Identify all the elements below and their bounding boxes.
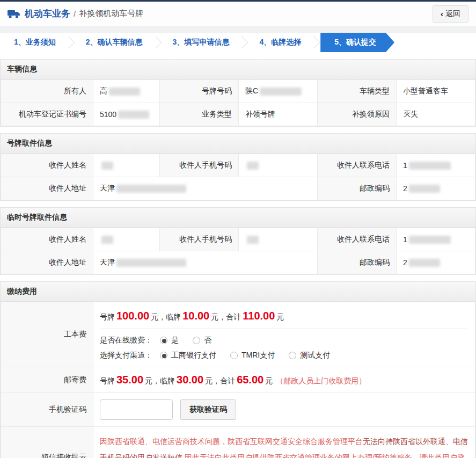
tab-step-2[interactable]: 2、确认车辆信息 bbox=[72, 33, 157, 52]
section-title: 车辆信息 bbox=[1, 60, 475, 79]
temp-plate-postage-amount: 30.00 bbox=[177, 374, 203, 386]
total-fee-amount: 110.00 bbox=[243, 310, 275, 322]
field-label-sms-notice: 短信接收提示 bbox=[1, 427, 93, 458]
table-row: 短信接收提示 因陕西省联通、电信运营商技术问题，陕西省互联网交通安全综合服务管理… bbox=[1, 427, 475, 458]
field-value-owner: 高 bbox=[93, 80, 160, 103]
radio-selected-icon[interactable] bbox=[160, 337, 167, 344]
sms-notice-text: 因陕西省联通、电信运营商技术问题，陕西省互联网交通安全综合服务管理平台无法向持陕… bbox=[100, 433, 468, 458]
radio-online-pay-no[interactable]: 否 bbox=[193, 336, 211, 345]
field-label-recipient-mobile: 收件人手机号码 bbox=[160, 154, 239, 177]
field-value-reason: 灭失 bbox=[397, 103, 475, 126]
field-label-business-type: 业务类型 bbox=[160, 103, 239, 126]
radio-unselected-icon[interactable] bbox=[230, 352, 238, 359]
redacted-value bbox=[116, 185, 186, 193]
radio-label: 否 bbox=[204, 336, 211, 345]
field-value-recipient-name bbox=[93, 154, 160, 177]
pay-channel-row: 选择支付渠道： 工商银行支付 TMRI支付 测试支付 bbox=[100, 351, 468, 360]
radio-selected-icon[interactable] bbox=[160, 352, 167, 359]
page-title: 补换领机动车号牌 bbox=[79, 9, 143, 19]
sms-code-input[interactable] bbox=[100, 399, 173, 420]
redacted-value bbox=[109, 88, 140, 96]
tab-step-4[interactable]: 4、临牌选择 bbox=[245, 33, 315, 52]
tab-step-3[interactable]: 3、填写申请信息 bbox=[159, 33, 244, 52]
field-value-reg-cert-no: 5100 bbox=[93, 103, 160, 126]
online-pay-label: 是否在线缴费： bbox=[100, 336, 152, 345]
section-vehicle-info: 车辆信息 所有人 高 号牌号码 陕C 车辆类型 小型普通客车 机动车登记证书编号… bbox=[0, 59, 476, 127]
field-value-recipient-mobile bbox=[239, 228, 318, 251]
section-plate-delivery: 号牌取件信息 收件人姓名 收件人手机号码 收件人联系电话 1 收件人地址 天津 … bbox=[0, 133, 476, 201]
table-row: 机动车登记证书编号 5100 业务类型 补领号牌 补换领原因 灭失 bbox=[1, 103, 475, 126]
field-value-recipient-phone: 1 bbox=[397, 154, 475, 177]
section-fees: 缴纳费用 工本费 号牌100.00元，临牌10.00元，合计110.00元 是否… bbox=[0, 281, 476, 458]
truck-icon bbox=[8, 9, 20, 19]
field-value-plate-no: 陕C bbox=[239, 80, 318, 103]
radio-online-pay-yes[interactable]: 是 bbox=[160, 336, 179, 345]
field-label-recipient-name: 收件人姓名 bbox=[1, 228, 93, 251]
redacted-value bbox=[409, 185, 440, 193]
field-label-recipient-phone: 收件人联系电话 bbox=[318, 154, 397, 177]
radio-unselected-icon[interactable] bbox=[193, 337, 200, 344]
section-title: 缴纳费用 bbox=[1, 282, 475, 302]
field-label-postcode: 邮政编码 bbox=[318, 251, 397, 274]
field-label-postage-fee: 邮寄费 bbox=[1, 367, 93, 393]
radio-channel-test[interactable]: 测试支付 bbox=[289, 351, 330, 360]
field-value-recipient-phone: 1 bbox=[397, 228, 475, 251]
radio-unselected-icon[interactable] bbox=[289, 352, 296, 359]
redacted-value bbox=[101, 236, 113, 244]
back-chevron-icon: ‹ bbox=[441, 9, 443, 18]
redacted-value bbox=[101, 162, 113, 170]
back-button[interactable]: ‹ 返回 bbox=[433, 5, 468, 23]
tab-step-1[interactable]: 1、业务须知 bbox=[0, 33, 70, 52]
field-label-reg-cert-no: 机动车登记证书编号 bbox=[1, 103, 93, 126]
redacted-value bbox=[260, 88, 302, 96]
redacted-value bbox=[409, 236, 451, 244]
field-value-sms-notice: 因陕西省联通、电信运营商技术问题，陕西省互联网交通安全综合服务管理平台无法向持陕… bbox=[93, 427, 475, 458]
table-row: 收件人地址 天津 邮政编码 2 bbox=[1, 251, 475, 274]
field-label-recipient-phone: 收件人联系电话 bbox=[318, 228, 397, 251]
breadcrumb-separator: / bbox=[74, 9, 76, 18]
table-row: 收件人姓名 收件人手机号码 收件人联系电话 1 bbox=[1, 154, 475, 177]
field-value-recipient-address: 天津 bbox=[93, 177, 318, 200]
field-label-reason: 补换领原因 bbox=[318, 103, 397, 126]
radio-label: TMRI支付 bbox=[241, 351, 275, 360]
app-title: 机动车业务 bbox=[25, 8, 70, 20]
table-row: 收件人姓名 收件人手机号码 收件人联系电话 1 bbox=[1, 228, 475, 251]
field-value-postcode: 2 bbox=[397, 177, 475, 200]
get-sms-code-button[interactable]: 获取验证码 bbox=[180, 399, 236, 420]
postage-fee-note: （邮政人员上门收取费用） bbox=[276, 376, 366, 385]
field-value-business-type: 补领号牌 bbox=[239, 103, 318, 126]
field-label-recipient-mobile: 收件人手机号码 bbox=[160, 228, 239, 251]
section-title: 号牌取件信息 bbox=[1, 134, 475, 154]
field-value-recipient-address: 天津 bbox=[93, 251, 318, 274]
field-value-recipient-mobile bbox=[239, 154, 318, 177]
redacted-value bbox=[116, 259, 186, 267]
field-value-recipient-name bbox=[93, 228, 160, 251]
page-header: 机动车业务 / 补换领机动车号牌 ‹ 返回 bbox=[0, 2, 476, 26]
field-label-vehicle-type: 车辆类型 bbox=[318, 80, 397, 103]
step-tabs: 1、业务须知 2、确认车辆信息 3、填写申请信息 4、临牌选择 5、确认提交 bbox=[0, 33, 476, 52]
pay-channel-label: 选择支付渠道： bbox=[100, 351, 152, 360]
redacted-value bbox=[247, 236, 259, 244]
section-temp-plate-delivery: 临时号牌取件信息 收件人姓名 收件人手机号码 收件人联系电话 1 收件人地址 天… bbox=[0, 207, 476, 275]
field-value-postcode: 2 bbox=[397, 251, 475, 274]
field-value-postage-fee: 号牌35.00元，临牌30.00元，合计65.00元（邮政人员上门收取费用） bbox=[93, 367, 475, 393]
temp-plate-fee-amount: 10.00 bbox=[182, 310, 209, 322]
redacted-value bbox=[409, 162, 451, 170]
radio-channel-tmri[interactable]: TMRI支付 bbox=[230, 351, 275, 360]
radio-label: 测试支付 bbox=[300, 351, 330, 360]
field-value-production-fee: 号牌100.00元，临牌10.00元，合计110.00元 是否在线缴费： 是 否… bbox=[93, 302, 475, 367]
plate-fee-amount: 100.00 bbox=[116, 310, 149, 322]
redacted-value bbox=[118, 111, 149, 119]
field-label-recipient-name: 收件人姓名 bbox=[1, 154, 93, 177]
radio-label: 是 bbox=[171, 336, 179, 345]
section-title: 临时号牌取件信息 bbox=[1, 208, 475, 228]
production-fee-amounts: 号牌100.00元，临牌10.00元，合计110.00元 bbox=[100, 309, 468, 329]
plate-postage-amount: 35.00 bbox=[116, 374, 143, 386]
tab-step-5-active[interactable]: 5、确认提交 bbox=[320, 33, 394, 52]
table-row: 手机验证码 获取验证码 bbox=[1, 393, 475, 427]
field-label-owner: 所有人 bbox=[1, 80, 93, 103]
field-label-sms-code: 手机验证码 bbox=[1, 393, 93, 427]
table-row: 所有人 高 号牌号码 陕C 车辆类型 小型普通客车 bbox=[1, 80, 475, 103]
radio-channel-icbc[interactable]: 工商银行支付 bbox=[160, 351, 216, 360]
field-label-recipient-address: 收件人地址 bbox=[1, 251, 93, 274]
